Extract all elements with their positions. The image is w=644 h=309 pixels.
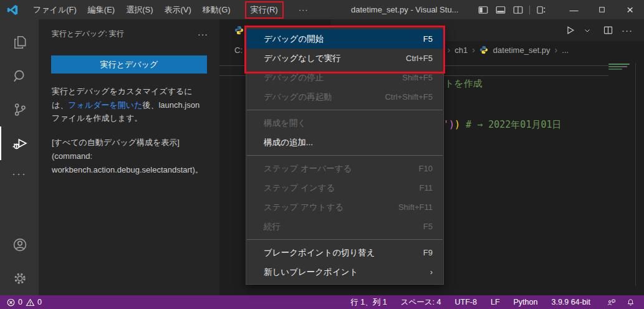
note-line-1: [すべての自動デバッグ構成を表示] — [52, 138, 180, 147]
menu-file[interactable]: ファイル(F) — [27, 2, 82, 18]
status-bar: 0 0 行 1、列 1 スペース: 4 UTF-8 LF Python 3.9.… — [0, 295, 644, 309]
minimap-line — [608, 66, 627, 67]
error-count: 0 — [18, 298, 22, 307]
toggle-secondary-sidebar-icon[interactable] — [509, 0, 527, 19]
code-string-quote: ' — [443, 119, 449, 130]
indentation[interactable]: スペース: 4 — [401, 297, 441, 308]
run-debug-side-panel: 実行とデバッグ: 実行 ··· 実行とデバッグ 実行とデバッグをカスタマイズする… — [39, 19, 219, 295]
menu-separator — [247, 155, 443, 156]
python-file-icon — [234, 26, 244, 35]
code-paren-gold: ) — [454, 119, 460, 130]
run-and-debug-icon[interactable] — [0, 126, 39, 160]
minimap[interactable] — [608, 64, 632, 71]
open-folder-link[interactable]: フォルダーを開いた — [68, 100, 142, 110]
breadcrumb-file[interactable]: datetime_set.py — [493, 45, 550, 55]
language-mode[interactable]: Python — [514, 298, 538, 307]
submenu-arrow-icon: › — [430, 267, 433, 277]
menu-view[interactable]: 表示(V) — [159, 2, 197, 18]
menu-item-step-over: ステップ オーバーする F10 — [246, 159, 443, 178]
breadcrumb-folder-ch1[interactable]: ch1 — [454, 45, 468, 55]
breadcrumb-chevron-icon: › — [555, 45, 558, 55]
menu-item-label: 構成を開く — [264, 118, 306, 129]
menu-item-label: ステップ アウトする — [264, 202, 344, 213]
debug-config-note: [すべての自動デバッグ構成を表示] (command: workbench.ac… — [52, 136, 207, 177]
notifications-bell-icon[interactable] — [626, 298, 635, 307]
settings-gear-icon[interactable] — [0, 262, 39, 295]
workbench: ··· 実行とデバッグ: 実行 ··· 実行とデバッグ 実行とデバッグをカスタマ… — [0, 19, 644, 295]
menu-item-label: デバッグの再起動 — [264, 92, 332, 103]
run-and-debug-button[interactable]: 実行とデバッグ — [51, 55, 207, 74]
breadcrumb-tail: c › ch1 › datetime_set.py › ... — [439, 45, 569, 55]
search-icon[interactable] — [0, 59, 39, 93]
menu-item-shortcut: Ctrl+Shift+F5 — [385, 92, 433, 102]
menu-item-add-configuration[interactable]: 構成の追加... — [246, 133, 443, 152]
menu-item-label: デバッグの停止 — [264, 72, 324, 83]
menu-item-stop-debugging: デバッグの停止 Shift+F5 — [246, 68, 443, 87]
menu-item-shortcut: Ctrl+F5 — [406, 54, 433, 63]
run-options-chevron-icon[interactable] — [584, 27, 591, 34]
menu-item-open-configurations: 構成を開く — [246, 113, 443, 133]
titlebar-controls: — × — [474, 0, 644, 19]
breadcrumb-chevron-icon: › — [472, 45, 475, 55]
maximize-button[interactable] — [588, 0, 616, 19]
python-interpreter[interactable]: 3.9.9 64-bit — [551, 298, 590, 307]
run-python-file-icon[interactable] — [565, 25, 575, 36]
menu-separator — [247, 239, 443, 240]
close-button[interactable]: × — [616, 0, 644, 19]
toggle-panel-icon[interactable] — [492, 0, 509, 19]
breadcrumb-drive[interactable]: C: — [234, 45, 243, 55]
menu-item-new-breakpoint[interactable]: 新しいブレークポイント › — [246, 262, 443, 282]
menu-item-label: デバッグの開始 — [264, 34, 324, 45]
menu-item-step-out: ステップ アウトする Shift+F11 — [246, 197, 443, 217]
code-paren-magenta: ) — [449, 119, 454, 130]
note-line-3: workbench.action.debug.selectandstart)。 — [52, 165, 203, 174]
code-line-fragment: ')) # → 2022年01月01日 — [443, 119, 562, 131]
eol-sequence[interactable]: LF — [491, 298, 500, 307]
menu-item-shortcut: F5 — [423, 34, 433, 44]
vscode-logo-icon — [6, 4, 19, 16]
menu-item-shortcut: F5 — [423, 222, 433, 231]
menu-item-run-without-debugging[interactable]: デバッグなしで実行 Ctrl+F5 — [246, 49, 443, 68]
debug-description: 実行とデバッグをカスタマイズするには、フォルダーを開いた後、launch.jso… — [52, 85, 207, 125]
split-editor-icon[interactable] — [603, 25, 613, 36]
activity-bar: ··· — [0, 19, 39, 295]
side-panel-header: 実行とデバッグ: 実行 ··· — [39, 19, 219, 39]
feedback-icon[interactable] — [607, 298, 616, 307]
menu-selection[interactable]: 選択(S) — [120, 2, 158, 18]
menu-item-start-debugging[interactable]: デバッグの開始 F5 — [246, 29, 443, 49]
menubar: ファイル(F) 編集(E) 選択(S) 表示(V) 移動(G) 実行(R) ··… — [27, 0, 315, 19]
customize-layout-icon[interactable] — [532, 0, 550, 19]
minimize-button[interactable]: — — [560, 0, 588, 19]
overview-ruler — [635, 63, 636, 286]
menu-go[interactable]: 移動(G) — [197, 2, 236, 18]
menu-item-shortcut: Shift+F5 — [402, 73, 433, 82]
menubar-overflow-button[interactable]: ··· — [292, 2, 315, 17]
additional-views-icon[interactable]: ··· — [0, 160, 39, 188]
statusbar-right: 行 1、列 1 スペース: 4 UTF-8 LF Python 3.9.9 64… — [350, 297, 644, 308]
titlebar: ファイル(F) 編集(E) 選択(S) 表示(V) 移動(G) 実行(R) ··… — [0, 0, 644, 19]
breadcrumb-chevron-icon: › — [448, 45, 451, 55]
menu-edit[interactable]: 編集(E) — [82, 2, 120, 18]
menu-run[interactable]: 実行(R) — [245, 1, 284, 19]
editor-actions: ··· — [565, 19, 633, 41]
vscode-window: ファイル(F) 編集(E) 選択(S) 表示(V) 移動(G) 実行(R) ··… — [0, 0, 644, 309]
problems-status[interactable]: 0 0 — [0, 298, 42, 307]
explorer-icon[interactable] — [0, 26, 39, 59]
editor-more-actions-button[interactable]: ··· — [622, 25, 633, 36]
menu-item-label: 構成の追加... — [264, 137, 313, 148]
cursor-position[interactable]: 行 1、列 1 — [350, 297, 387, 308]
breadcrumb-symbol[interactable]: ... — [562, 45, 569, 55]
menu-item-step-into: ステップ インする F11 — [246, 178, 443, 197]
encoding[interactable]: UTF-8 — [455, 298, 477, 307]
account-icon[interactable] — [0, 228, 39, 262]
source-control-icon[interactable] — [0, 93, 39, 126]
side-panel-title: 実行とデバッグ: 実行 — [52, 29, 124, 39]
statusbar-icons — [607, 298, 635, 307]
side-panel-more-button[interactable]: ··· — [198, 29, 208, 39]
menu-item-label: ブレークポイントの切り替え — [264, 247, 375, 259]
note-line-2: (command: — [52, 151, 92, 161]
minimap-line — [608, 69, 622, 70]
toggle-sidebar-icon[interactable] — [474, 0, 492, 19]
menu-item-label: ステップ オーバーする — [264, 163, 352, 174]
menu-item-toggle-breakpoint[interactable]: ブレークポイントの切り替え F9 — [246, 243, 443, 262]
